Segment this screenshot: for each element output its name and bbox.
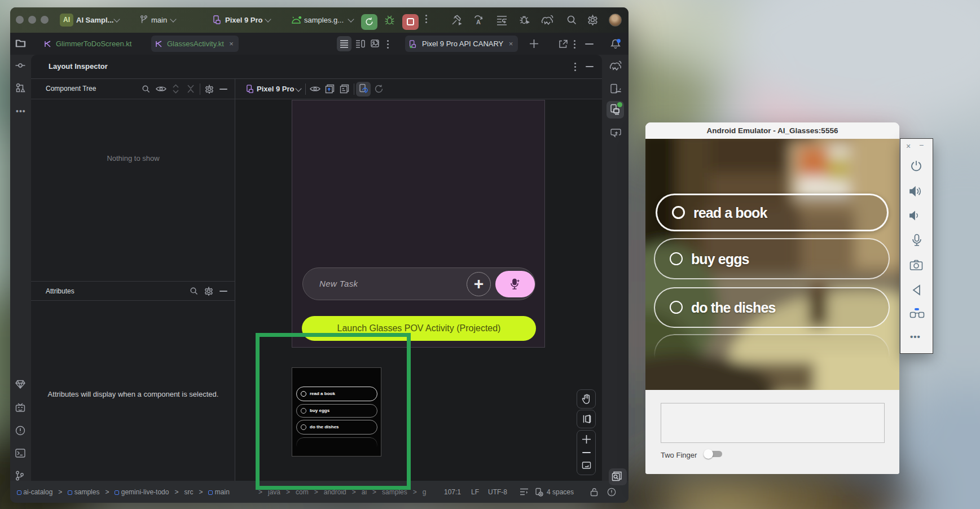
svg-text:A: A xyxy=(476,19,481,25)
